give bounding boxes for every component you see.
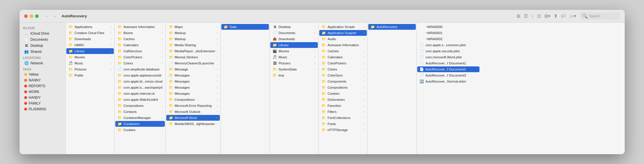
col-item-2-5[interactable]: 📁Memoji Stickers› bbox=[166, 54, 220, 60]
col-item-1-10[interactable]: 📁com.apple.ic...earchpartyd bbox=[115, 85, 165, 90]
col-item-2-1[interactable]: 📁Markup› bbox=[166, 30, 220, 36]
sidebar-item-tag-family[interactable]: FAMILY bbox=[21, 100, 64, 106]
col-item-4-3[interactable]: 📁Library› bbox=[270, 42, 318, 48]
col-item-5-16[interactable]: 📁Fonts› bbox=[319, 121, 367, 127]
col-item-5-13[interactable]: 📁Favorites› bbox=[319, 103, 367, 109]
col-item-5-9[interactable]: 📁Components› bbox=[319, 79, 367, 84]
col-item-5-17[interactable]: 📁HTTPStorage› bbox=[319, 127, 367, 133]
col-item-5-14[interactable]: 📁Filters› bbox=[319, 109, 367, 115]
view-options-icon[interactable]: ⊞▾ bbox=[544, 13, 550, 19]
col-item-4-5[interactable]: 🎵Music› bbox=[270, 54, 318, 60]
col-item-2-6[interactable]: 📄MemoryCleanerSLauncher bbox=[166, 60, 220, 66]
col-item-0-7[interactable]: 📁Pictures› bbox=[66, 66, 114, 72]
col-item-0-6[interactable]: 🎵Music› bbox=[66, 60, 114, 66]
view-list-icon[interactable]: ☰ bbox=[524, 13, 528, 19]
col-item-1-17[interactable]: 📁Cookies› bbox=[115, 127, 165, 133]
col-item-1-5[interactable]: 📁ColorPickers› bbox=[115, 54, 165, 60]
col-item-2-15[interactable]: 📁Microsoft Word› bbox=[166, 115, 220, 121]
view-columns-icon[interactable]: ⫶ bbox=[531, 14, 534, 19]
col-item-5-2[interactable]: 📁Audio› bbox=[319, 36, 367, 42]
sidebar-item-tag-handy[interactable]: HANDY bbox=[21, 95, 64, 100]
col-item-5-6[interactable]: 📁ColorPickers› bbox=[319, 60, 367, 66]
col-item-2-11[interactable]: 📁Messages› bbox=[166, 91, 220, 96]
col-item-7-2[interactable]: 📄~WRA0002 bbox=[417, 36, 479, 42]
col-item-4-8[interactable]: 📁tmp bbox=[270, 72, 318, 78]
col-item-2-8[interactable]: 📁Messages› bbox=[166, 72, 220, 78]
sidebar-item-tag-work[interactable]: WORK bbox=[21, 89, 64, 95]
more-icon[interactable]: ☺▾ bbox=[569, 13, 576, 19]
col-item-2-4[interactable]: 📁MediaPlayer...sticExtension› bbox=[166, 48, 220, 54]
col-item-1-9[interactable]: 📁com.apple.bl...rvices.cloud bbox=[115, 79, 165, 84]
close-button[interactable] bbox=[24, 14, 28, 18]
col-item-7-0[interactable]: 📄~WRA0000 bbox=[417, 24, 479, 30]
col-item-0-2[interactable]: 📁Downloads› bbox=[66, 36, 114, 42]
col-item-1-12[interactable]: 📁com.apple.WatchListKit bbox=[115, 97, 165, 102]
forward-button[interactable]: › bbox=[51, 13, 58, 20]
col-item-5-10[interactable]: 📁Compositions› bbox=[319, 85, 367, 90]
col-item-2-9[interactable]: 📁Messages› bbox=[166, 79, 220, 84]
col-item-4-4[interactable]: 🎬Movies› bbox=[270, 48, 318, 54]
col-item-7-8[interactable]: 📄AutoRecover...f Document3 bbox=[417, 72, 479, 78]
col-item-4-2[interactable]: 📥Downloads› bbox=[270, 36, 318, 42]
col-item-7-7[interactable]: 📄AutoRecover...f Document2 bbox=[417, 66, 479, 72]
col-item-1-2[interactable]: 📁Caches› bbox=[115, 36, 165, 42]
col-item-5-11[interactable]: 📁Cookies› bbox=[319, 91, 367, 96]
sidebar-item-desktop[interactable]: 🖥Desktop bbox=[21, 42, 64, 49]
col-item-1-7[interactable]: 📄com.amplitude.database bbox=[115, 66, 165, 72]
col-item-6-0[interactable]: 📁AutoRecovery› bbox=[368, 24, 416, 30]
col-item-5-5[interactable]: 📁Calendars› bbox=[319, 54, 367, 60]
sidebar-item-tag-yellow[interactable]: Yellow bbox=[21, 72, 64, 77]
search-input[interactable] bbox=[589, 14, 618, 18]
col-item-2-2[interactable]: 📁Markup› bbox=[166, 36, 220, 42]
sidebar-item-network[interactable]: 🌐Network bbox=[21, 60, 64, 66]
col-item-5-4[interactable]: 📁Caches› bbox=[319, 48, 367, 54]
col-item-1-15[interactable]: 📁ContainerManager› bbox=[115, 115, 165, 121]
col-item-1-6[interactable]: 📁Colors› bbox=[115, 60, 165, 66]
sidebar-item-documents[interactable]: 📄Documents bbox=[21, 36, 64, 42]
view-grid-icon[interactable]: ⊞ bbox=[517, 13, 520, 19]
col-item-5-8[interactable]: 📁ColorSync› bbox=[319, 72, 367, 78]
col-item-1-13[interactable]: 📁Compositions› bbox=[115, 103, 165, 109]
col-item-0-8[interactable]: 📁Public bbox=[66, 72, 114, 78]
col-item-4-6[interactable]: 🖼Pictures› bbox=[270, 60, 318, 66]
col-item-1-0[interactable]: 📁Autosave Information› bbox=[115, 24, 165, 30]
col-item-3-0[interactable]: 📁Data› bbox=[221, 24, 269, 30]
col-item-1-4[interactable]: 📁CallServices› bbox=[115, 48, 165, 54]
col-item-4-1[interactable]: 📄Documents› bbox=[270, 30, 318, 36]
col-item-2-12[interactable]: 📁Compositions› bbox=[166, 97, 220, 102]
col-item-1-14[interactable]: 📁Contacts› bbox=[115, 109, 165, 115]
sidebar-item-tag-planning[interactable]: PLANNING bbox=[21, 106, 64, 112]
col-item-1-8[interactable]: 📁com.apple.appleaccountd bbox=[115, 72, 165, 78]
share-icon[interactable]: ⬆ bbox=[554, 13, 558, 19]
col-item-7-6[interactable]: 📄AutoRecover...f Document1 bbox=[417, 60, 479, 66]
col-item-1-3[interactable]: 📁Calendars› bbox=[115, 42, 165, 48]
col-item-5-1[interactable]: 📁Application Support› bbox=[319, 30, 367, 36]
sidebar-item-shared[interactable]: 👥Shared bbox=[21, 49, 64, 55]
col-item-0-5[interactable]: 📁Movies› bbox=[66, 54, 114, 60]
col-item-2-13[interactable]: 📁Microsoft Error Reporting› bbox=[166, 103, 220, 109]
col-item-4-0[interactable]: 🖥Desktop› bbox=[270, 24, 318, 30]
col-item-7-4[interactable]: 📄com.apple.security.plist bbox=[417, 48, 479, 54]
col-item-1-16[interactable]: 📁Containers› bbox=[115, 121, 165, 127]
col-item-2-14[interactable]: 📁Microsoft Outlook› bbox=[166, 109, 220, 115]
back-button[interactable]: ‹ bbox=[43, 13, 50, 20]
col-item-0-1[interactable]: 📁Creative Cloud Files› bbox=[66, 30, 114, 36]
minimize-button[interactable] bbox=[30, 14, 33, 18]
tag-icon[interactable]: 🏷 bbox=[561, 14, 566, 19]
col-item-2-10[interactable]: 📁Messages› bbox=[166, 85, 220, 90]
view-gallery-icon[interactable]: ⊡ bbox=[537, 13, 541, 19]
col-item-0-0[interactable]: 📁Applications› bbox=[66, 24, 114, 30]
col-item-2-16[interactable]: 📁MobileSMSS...lightImporter› bbox=[166, 121, 220, 127]
col-item-5-12[interactable]: 📁Dictionaries› bbox=[319, 97, 367, 102]
maximize-button[interactable] bbox=[35, 14, 39, 18]
col-item-1-1[interactable]: 📁Biome› bbox=[115, 30, 165, 36]
col-item-5-0[interactable]: 📁Application Scripts› bbox=[319, 24, 367, 30]
sidebar-item-tag-nanny[interactable]: NANNY bbox=[21, 77, 64, 83]
col-item-2-7[interactable]: 📁Message› bbox=[166, 66, 220, 72]
col-item-4-7[interactable]: 📁SystemData› bbox=[270, 66, 318, 72]
col-item-5-15[interactable]: 📁FontCollections› bbox=[319, 115, 367, 121]
col-item-7-1[interactable]: 📄~WRA0001 bbox=[417, 30, 479, 36]
col-item-1-11[interactable]: 📁com.apple.internal.ck bbox=[115, 91, 165, 96]
col-item-7-9[interactable]: 🔤AutoRecover...Normal.dotm bbox=[417, 79, 479, 84]
col-item-7-5[interactable]: 📄com.microsoft.Word.plist bbox=[417, 54, 479, 60]
